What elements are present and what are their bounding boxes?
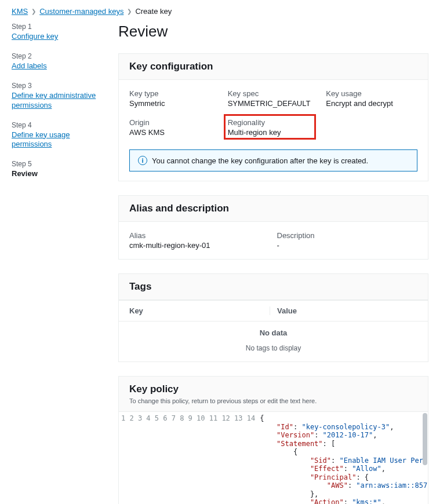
code-gutter: 1 2 3 4 5 6 7 8 9 10 11 12 13 14 xyxy=(119,412,260,504)
info-icon: i xyxy=(138,156,147,165)
chevron-right-icon: ❯ xyxy=(31,8,36,14)
alias-description-panel: Alias and description Alias cmk-multi-re… xyxy=(118,195,428,260)
wizard-step-1: Step 1 Configure key xyxy=(12,23,99,42)
page-title: Review xyxy=(118,23,428,41)
editor-scrollbar[interactable] xyxy=(423,413,427,504)
kv-key-usage: Key usage Encrypt and decrypt xyxy=(326,86,417,108)
tags-col-value: Value xyxy=(270,306,417,315)
kv-label: Key spec xyxy=(228,89,319,98)
kv-value: - xyxy=(277,241,418,250)
tags-table-header: Key Value xyxy=(119,300,428,322)
tags-col-key: Key xyxy=(129,306,270,315)
kv-description: Description - xyxy=(277,228,418,250)
step-link-configure-key[interactable]: Configure key xyxy=(12,32,99,42)
kv-key-spec: Key spec SYMMETRIC_DEFAULT xyxy=(228,86,319,108)
kv-key-type: Key type Symmetric xyxy=(129,86,221,108)
tags-empty-title: No data xyxy=(119,322,428,344)
breadcrumb-link-kms[interactable]: KMS xyxy=(12,7,28,16)
kv-origin: Origin AWS KMS xyxy=(129,115,221,137)
step-link-admin-perms[interactable]: Define key administrative permissions xyxy=(12,91,99,111)
step-number-label: Step 5 xyxy=(12,160,99,168)
kv-value: SYMMETRIC_DEFAULT xyxy=(228,99,319,108)
panel-heading: Key configuration xyxy=(119,54,428,80)
panel-heading: Alias and description xyxy=(119,196,428,222)
step-link-add-labels[interactable]: Add labels xyxy=(12,61,99,71)
key-policy-heading-text: Key policy xyxy=(129,384,179,395)
kv-label: Key type xyxy=(129,89,221,98)
kv-value: Multi-region key xyxy=(228,128,312,137)
key-policy-subtext: To change this policy, return to previou… xyxy=(129,397,417,404)
kv-alias: Alias cmk-multi-region-key-01 xyxy=(129,228,270,250)
kv-label: Alias xyxy=(129,231,270,240)
kv-value: Encrypt and decrypt xyxy=(326,99,417,108)
chevron-right-icon: ❯ xyxy=(127,8,132,14)
step-number-label: Step 4 xyxy=(12,121,99,129)
step-number-label: Step 3 xyxy=(12,82,99,90)
code-content[interactable]: { "Id": "key-consolepolicy-3", "Version"… xyxy=(260,412,428,504)
key-configuration-panel: Key configuration Key type Symmetric Key… xyxy=(118,53,428,181)
key-policy-editor[interactable]: 1 2 3 4 5 6 7 8 9 10 11 12 13 14 { "Id":… xyxy=(119,412,428,504)
info-text: You cannot change the key configuration … xyxy=(152,156,368,165)
wizard-step-2: Step 2 Add labels xyxy=(12,52,99,71)
wizard-step-5: Step 5 Review xyxy=(12,160,99,178)
breadcrumb-link-cmk[interactable]: Customer-managed keys xyxy=(39,7,123,16)
key-policy-panel: Key policy To change this policy, return… xyxy=(118,376,428,504)
breadcrumb: KMS ❯ Customer-managed keys ❯ Create key xyxy=(0,0,447,20)
info-box: i You cannot change the key configuratio… xyxy=(129,149,417,171)
step-number-label: Step 1 xyxy=(12,23,99,31)
step-current-review: Review xyxy=(12,169,99,178)
wizard-step-3: Step 3 Define key administrative permiss… xyxy=(12,82,99,111)
tags-empty-subtitle: No tags to display xyxy=(119,344,428,361)
kv-label: Regionality xyxy=(228,118,312,127)
kv-label: Description xyxy=(277,231,418,240)
wizard-steps: Step 1 Configure key Step 2 Add labels S… xyxy=(0,20,110,504)
step-number-label: Step 2 xyxy=(12,52,99,60)
step-link-usage-perms[interactable]: Define key usage permissions xyxy=(12,130,99,150)
wizard-step-4: Step 4 Define key usage permissions xyxy=(12,121,99,150)
breadcrumb-current: Create key xyxy=(135,7,172,16)
scrollbar-thumb[interactable] xyxy=(423,413,427,465)
kv-value: cmk-multi-region-key-01 xyxy=(129,241,270,250)
panel-heading: Tags xyxy=(119,274,428,300)
kv-regionality: Regionality Multi-region key xyxy=(224,115,316,139)
tags-panel: Tags Key Value No data No tags to displa… xyxy=(118,273,428,362)
kv-value: Symmetric xyxy=(129,99,221,108)
kv-label: Origin xyxy=(129,118,221,127)
kv-label: Key usage xyxy=(326,89,417,98)
panel-heading: Key policy To change this policy, return… xyxy=(119,377,428,412)
kv-value: AWS KMS xyxy=(129,128,221,137)
